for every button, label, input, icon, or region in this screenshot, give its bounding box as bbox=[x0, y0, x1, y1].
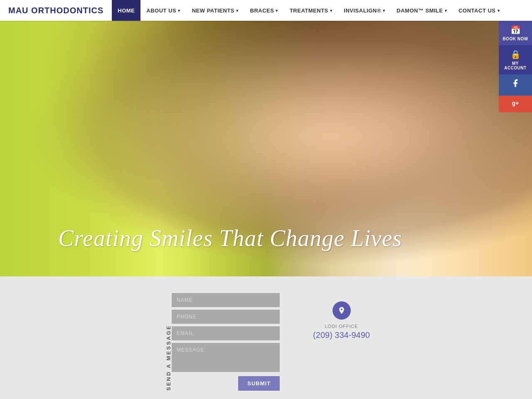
google-plus-button[interactable]: g+ bbox=[499, 96, 532, 112]
nav-home[interactable]: HOME bbox=[112, 0, 140, 21]
chevron-down-icon: ▾ bbox=[498, 8, 500, 13]
phone-input[interactable] bbox=[172, 310, 280, 324]
nav-contact[interactable]: CONTACT US ▾ bbox=[453, 0, 505, 21]
name-input[interactable] bbox=[172, 293, 280, 307]
nav-about[interactable]: ABOUT US ▾ bbox=[140, 0, 186, 21]
submit-button[interactable]: SUBMIT bbox=[238, 376, 280, 391]
message-input[interactable] bbox=[172, 343, 280, 372]
nav-new-patients[interactable]: NEW PATIENTS ▾ bbox=[186, 0, 244, 21]
contact-form-wrapper: SEND A MESSAGE SUBMIT bbox=[162, 293, 280, 391]
office-label: LODI OFFICE bbox=[325, 324, 358, 329]
chevron-down-icon: ▾ bbox=[236, 8, 239, 13]
facebook-button[interactable] bbox=[499, 74, 532, 96]
hero-tagline: Creating Smiles That Change Lives bbox=[58, 225, 402, 251]
nav-damon[interactable]: DAMON™ SMILE ▾ bbox=[391, 0, 453, 21]
google-plus-icon: g+ bbox=[512, 100, 519, 106]
my-account-button[interactable]: 🔒 MY ACCOUNT bbox=[499, 45, 532, 74]
email-input[interactable] bbox=[172, 326, 280, 340]
hero-section: Creating Smiles That Change Lives bbox=[0, 21, 532, 276]
nav-invisalign[interactable]: INVISALIGN® ▾ bbox=[338, 0, 391, 21]
brand-logo[interactable]: MAU ORTHODONTICS bbox=[8, 6, 103, 15]
contact-form: SUBMIT bbox=[172, 293, 280, 391]
chevron-down-icon: ▾ bbox=[276, 8, 278, 13]
facebook-icon bbox=[511, 79, 520, 90]
main-nav: HOME ABOUT US ▾ NEW PATIENTS ▾ BRACES ▾ … bbox=[112, 0, 505, 21]
chevron-down-icon: ▾ bbox=[178, 8, 180, 13]
form-side-label: SEND A MESSAGE bbox=[162, 293, 172, 391]
chevron-down-icon: ▾ bbox=[330, 8, 332, 13]
chevron-down-icon: ▾ bbox=[383, 8, 385, 13]
book-now-button[interactable]: 📅 BOOK NOW bbox=[499, 21, 532, 45]
header: MAU ORTHODONTICS HOME ABOUT US ▾ NEW PAT… bbox=[0, 0, 532, 21]
location-pin-icon[interactable] bbox=[332, 301, 351, 320]
nav-treatments[interactable]: TREATMENTS ▾ bbox=[284, 0, 338, 21]
location-block: LODI OFFICE (209) 334-9490 bbox=[313, 293, 370, 340]
office-phone[interactable]: (209) 334-9490 bbox=[313, 330, 370, 340]
nav-braces[interactable]: BRACES ▾ bbox=[244, 0, 284, 21]
side-panel: 📅 BOOK NOW 🔒 MY ACCOUNT g+ bbox=[499, 21, 532, 112]
calendar-icon: 📅 bbox=[510, 25, 521, 35]
lock-icon: 🔒 bbox=[510, 49, 521, 59]
contact-section: SEND A MESSAGE SUBMIT LODI OFFICE (209) … bbox=[0, 276, 532, 399]
chevron-down-icon: ▾ bbox=[445, 8, 447, 13]
submit-row: SUBMIT bbox=[172, 376, 280, 391]
